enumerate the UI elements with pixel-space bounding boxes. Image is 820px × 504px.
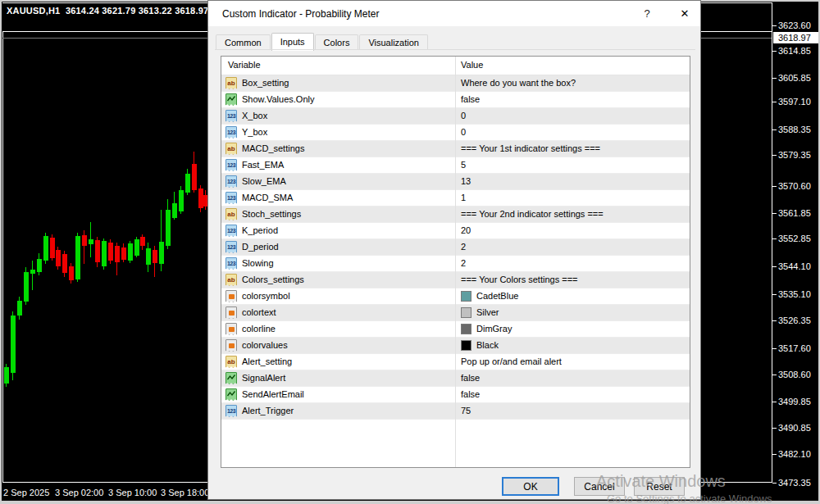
price-tick — [772, 186, 777, 187]
variable-value[interactable]: false — [461, 373, 480, 383]
variable-name: K_period — [242, 225, 278, 235]
variable-name: Alert_Trigger — [242, 406, 294, 415]
tab-baseline — [215, 49, 695, 50]
window-edge-left — [0, 0, 2, 504]
column-header-variable[interactable]: Variable — [228, 60, 261, 70]
price-axis-label: 3552.85 — [778, 234, 811, 243]
variable-name: SendAlertEmail — [242, 389, 304, 399]
variable-name: colortext — [242, 307, 276, 317]
variable-value[interactable]: false — [461, 389, 480, 399]
reset-button[interactable]: Reset — [634, 477, 685, 496]
time-axis-label: 3 Sep 10:00 — [108, 488, 157, 497]
variable-value[interactable]: 0 — [461, 111, 466, 120]
variable-name: SignalAlert — [242, 373, 285, 383]
boolean-icon — [226, 372, 237, 384]
variable-name: Slowing — [242, 258, 274, 268]
variable-name: colorvalues — [242, 340, 288, 350]
integer-icon: 123 — [226, 110, 237, 122]
variable-value[interactable]: === Your 1st indicator settings === — [461, 143, 600, 153]
variable-value[interactable]: Pop up or/and email alert — [461, 356, 562, 366]
color-icon — [226, 290, 237, 302]
column-header-value[interactable]: Value — [461, 60, 483, 70]
bearish-candle — [50, 238, 55, 258]
close-icon[interactable]: ✕ — [672, 5, 697, 23]
variable-value[interactable]: 2 — [461, 258, 466, 268]
variable-value[interactable]: 2 — [461, 242, 466, 252]
bullish-candle — [146, 248, 151, 265]
color-icon — [226, 339, 237, 352]
variable-name: colorsymbol — [242, 291, 290, 301]
bearish-candle — [121, 247, 126, 260]
variable-name: Colors_settings — [242, 275, 304, 284]
bearish-candle — [62, 254, 67, 273]
variable-value[interactable]: 1 — [461, 193, 466, 202]
current-price-label: 3618.97 — [773, 32, 819, 43]
variable-value[interactable]: 20 — [461, 225, 471, 235]
price-scale-separator — [772, 2, 772, 483]
variable-name: Stoch_settings — [242, 209, 301, 219]
bullish-candle — [134, 239, 139, 256]
variable-value[interactable]: === Your Colors settings === — [461, 275, 578, 284]
price-tick — [772, 238, 777, 239]
variable-value[interactable]: 0 — [461, 127, 466, 137]
price-axis-label: 3499.85 — [778, 397, 811, 406]
variable-name: Show.Values.Only — [242, 94, 314, 104]
integer-icon: 123 — [226, 241, 237, 253]
bullish-candle — [89, 239, 93, 244]
integer-icon: 123 — [226, 126, 237, 138]
price-tick — [772, 454, 777, 455]
tab-common[interactable]: Common — [216, 34, 271, 50]
string-icon: ab — [226, 208, 237, 220]
boolean-icon — [226, 388, 237, 401]
variable-name: colorline — [242, 324, 276, 334]
bullish-candle — [37, 259, 42, 272]
color-icon — [226, 323, 237, 335]
boolean-icon — [226, 93, 237, 106]
price-axis-label: 3526.35 — [778, 316, 811, 325]
inputs-table: Variable Value abBox_settingWhere do you… — [221, 56, 690, 468]
bearish-candle — [140, 237, 145, 246]
ok-button[interactable]: OK — [502, 477, 559, 496]
price-tick — [772, 78, 777, 79]
window-edge-bottom — [0, 501, 820, 504]
tab-visualization[interactable]: Visualization — [359, 34, 428, 50]
bullish-candle — [75, 236, 80, 279]
variable-value[interactable]: Where do you want the box? — [461, 78, 576, 88]
tab-inputs[interactable]: Inputs — [271, 33, 314, 51]
bearish-candle — [192, 164, 197, 190]
bullish-candle — [43, 236, 48, 261]
variable-value[interactable]: 13 — [461, 176, 471, 186]
column-divider[interactable] — [455, 57, 456, 467]
help-button[interactable]: ? — [636, 5, 658, 23]
bearish-candle — [82, 235, 87, 246]
price-tick — [772, 266, 777, 267]
price-tick — [772, 155, 777, 156]
variable-name: Fast_EMA — [242, 160, 284, 170]
price-axis-label: 3473.35 — [778, 478, 811, 488]
price-tick — [772, 402, 777, 402]
variable-value[interactable]: 75 — [461, 406, 471, 415]
bearish-candle — [95, 240, 100, 262]
variable-value[interactable]: CadetBlue — [461, 291, 518, 302]
dialog-title-bar[interactable]: Custom Indicator - Probability Meter ? ✕ — [208, 1, 700, 26]
bullish-candle — [179, 190, 184, 211]
price-tick — [772, 375, 777, 375]
variable-value[interactable]: false — [461, 94, 480, 104]
variable-value[interactable]: 5 — [461, 160, 466, 170]
integer-icon: 123 — [226, 159, 237, 171]
variable-value[interactable]: Black — [461, 340, 499, 351]
variable-name: Alert_setting — [242, 356, 292, 366]
tab-colors[interactable]: Colors — [315, 34, 359, 50]
time-axis-label: 3 Sep 02:00 — [55, 488, 103, 497]
string-icon: ab — [226, 77, 237, 89]
variable-name: Box_setting — [242, 78, 289, 88]
variable-value[interactable]: Silver — [461, 307, 499, 318]
cancel-button[interactable]: Cancel — [574, 477, 625, 496]
time-axis-label: 2 Sep 2025 — [3, 488, 49, 497]
price-axis-label: 3490.85 — [778, 423, 811, 433]
variable-value[interactable]: === Your 2nd indicator settings === — [461, 209, 604, 219]
color-swatch — [461, 340, 472, 351]
variable-value[interactable]: DimGray — [461, 324, 512, 334]
color-swatch — [461, 307, 472, 318]
price-tick — [772, 213, 777, 214]
